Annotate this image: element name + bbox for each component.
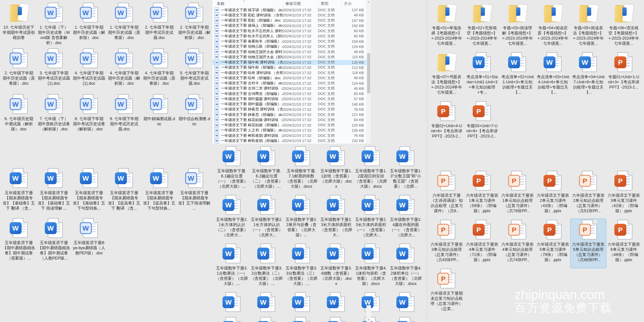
file-item[interactable]: 7. 七年级（下）期中质检历史试卷（解析版）.doc — [36, 93, 71, 139]
file-item[interactable]: 4. 七年级下学期期中历史试题（原卷版）.doc — [142, 48, 177, 93]
file-item[interactable]: 期中精编测试题.doc — [142, 93, 177, 139]
file-item[interactable]: 1. 七年级下学期期中历史试题（原卷版）.doc — [107, 2, 142, 48]
scroll-down-icon[interactable]: ∨ — [366, 317, 371, 322]
file-item[interactable]: 9. 七年级下学期期中考试历史试题.doc — [107, 93, 142, 139]
scroll-up-icon[interactable]: ∧ — [366, 0, 371, 5]
file-row[interactable]: 一年级语文下册 棉花姑娘（部编版）.doc 2024/11/19 17:32 D… — [213, 123, 366, 128]
file-item[interactable]: 8. 七年级下学期期中考试历史试卷（解析版）.doc — [71, 93, 107, 139]
file-item[interactable]: 五年级数学下册1.1折纸（含答案）（北师大版）.docx — [319, 146, 354, 194]
file-item[interactable]: 六年级语文下册第2单元复习课件（43张）（部编版）.pptx — [535, 170, 571, 219]
file-type-icon[interactable] — [257, 317, 276, 322]
file-item[interactable]: 五年级英语下册【期末易错题专攻】五下阅读理解 ... — [177, 167, 212, 217]
file-item[interactable]: 4. 七年级下学期期中考试历史试题(1).doc — [71, 48, 107, 93]
file-row[interactable]: 一年级语文下册 彩虹 课时训练 （含答... 2024/11/19 17:32 … — [213, 13, 366, 18]
file-item[interactable]: 1. 七年级（下）期中历史试卷（Word版 含答案解析）.doc — [36, 2, 71, 48]
file-row[interactable]: 一年级语文下册 荷叶圆圆（部编版）.doc 2024/11/19 17:32 D… — [213, 102, 366, 107]
file-item[interactable]: 五年级数学下册2.1长方体的认识（二）（含答案）（北师大... — [214, 194, 249, 243]
file-item[interactable]: 五年级数学下册2.4露在外面的面（一）（含答案）（北师大... — [388, 194, 423, 243]
file-row[interactable]: 一年级语文下册 人之初（部编版）.doc 2024/11/19 17:32 DO… — [213, 128, 366, 133]
file-item[interactable]: 五年级英语下册Bye-bye易错题（人教PEP版）.doc — [71, 217, 107, 267]
file-item[interactable]: 五年级数学下册.6.1确定位置（一）（含答案）（北师大版）.... — [214, 146, 249, 194]
file-item[interactable]: 3. 七年级下学期期中考试历史试题(1).doc — [36, 48, 71, 93]
file-item[interactable]: 五年级英语下册【期末易错题专攻】【基础卷】五下句型转换... — [71, 167, 107, 217]
file-row[interactable]: 一年级语文下册 动物儿歌（部编版）.doc 2024/11/19 17:32 D… — [213, 44, 366, 49]
file-item[interactable]: 五年级数学下册3.4倒数（含答案）（北师大版）.docx — [319, 243, 354, 291]
column-header-name[interactable]: 名称 — [213, 1, 283, 7]
file-item[interactable]: 五年级数学下册.7.1邮票的张数（含答案）（北师大版）.docx — [284, 146, 319, 194]
file-item[interactable]: 六年级语文下册第5单元知识点梳理（总复习课件）（共68张PP... — [571, 219, 606, 268]
file-row[interactable]: 一年级语文下册 棉花姑娘 课时训练 （... 2024/11/19 17:32 … — [213, 117, 366, 122]
file-item[interactable]: 2. 七年级下学期期中历史试题（原卷版）.doc — [1, 48, 36, 93]
file-row[interactable]: 一年级语文下册 吃水不忘挖井人 课时练... 2024/11/19 17:32 … — [213, 28, 366, 33]
file-row[interactable]: 一年级语文下册 树和喜鹊（部编版）.doc 2024/11/19 17:32 D… — [213, 138, 366, 143]
file-item[interactable]: 五年级英语下册【期末易错题专攻】【基础卷】五下 翻译 （含... — [1, 167, 36, 217]
file-item[interactable]: 五年级数学下册2.3长方体的表面积（含答案）（北师大... — [319, 194, 354, 243]
file-item[interactable]: 专题+07+书面表达【考题猜想+】+-2023-2024学年七年级英... — [429, 52, 464, 100]
file-item[interactable]: 六年级语文下册第1单元复习课件（59张）（部编版）.pptx — [464, 170, 500, 219]
file-item[interactable]: 6. 七年级历史期中测试题（解析版）.doc — [1, 93, 36, 139]
file-item[interactable]: 五年级数学下册3.1分数乘法（一）（含答案）（北师大版）.... — [214, 243, 249, 291]
file-item[interactable]: 六年级语文下册第6单元复习课件（48张）（部编版）.pptx — [606, 219, 641, 268]
file-item[interactable]: 六年级语文下册第1单元知识点梳理（总复习课件）（共78张PP... — [500, 170, 535, 219]
column-header-date-modified[interactable]: 修改日期 — [283, 1, 319, 7]
file-item[interactable]: 专题02+Unit+4-Unit+6+【考点串讲PPT】-2023-2... — [429, 100, 464, 149]
file-item[interactable]: 五年级英语下册【期末易错题专攻】【基础卷】五下 阅读理解 ... — [36, 167, 71, 217]
file-item[interactable]: 专题+04+阅读还原【考题猜想+】+-2023-2024学年七年级英... — [535, 3, 571, 52]
file-type-icon[interactable] — [223, 317, 241, 322]
scrollbar-thumb[interactable] — [367, 53, 370, 93]
file-type-icon[interactable] — [362, 317, 380, 322]
file-item[interactable]: 六年级语文下册第4单元知识点梳理（总复习课件）（共74张PP... — [500, 219, 535, 268]
file-row[interactable]: 一年级语文下册 猜字谜（部编版）.doc 2024/11/19 17:32 DO… — [213, 7, 366, 13]
file-item[interactable]: 4. 七年级下学期期中历史试题（解析版）.doc — [107, 48, 142, 93]
file-item[interactable]: 考点清单+02+Unit1-Unit+3+单元知识梳理+专题过关【... — [500, 52, 535, 100]
file-item[interactable]: 六年级语文下册第3单元复习课件（42张）（部编版）.pptx — [606, 170, 641, 219]
file-row[interactable]: 一年级语文下册 静夜思 课时训练 （含... 2024/11/19 17:32 … — [213, 107, 366, 112]
file-row[interactable]: 一年级语文下册 吃水不忘挖井人（部编... 2024/11/19 17:32 D… — [213, 33, 366, 39]
file-item[interactable]: 专题03+Unit+7-Unit+9+【考点串讲PPT】-2023-2... — [464, 100, 500, 149]
file-item[interactable]: 六年级语文下册第5单元复习课件（79张）（部编版）.pptx — [535, 219, 571, 268]
file-type-icon[interactable] — [292, 317, 311, 322]
file-item[interactable]: 六年级语文下册《古诗词诵读》知识点梳理（总复习课件）（共8... — [429, 170, 464, 219]
file-item[interactable]: 五年级数学下册4.2体积单位（一）（含答案）（北师大版）.docx — [388, 243, 423, 291]
file-item[interactable]: 六年级语文下册第3单元知识点梳理（总复习课件）（共43张PP... — [429, 219, 464, 268]
file-row[interactable]: 一年级语文下册 端午粽 课时训练 （含... 2024/11/19 17:32 … — [213, 60, 366, 65]
file-item[interactable]: 六年级语文下册第4单元复习课件（71张）（部编版）.pptx — [464, 219, 500, 268]
file-item[interactable]: 考点清单+01+Starter+Unit1-Unit+3+单元知识梳理+专... — [464, 52, 500, 100]
file-item[interactable]: 五年级英语下册【期末易错题专攻】【提高卷】五下句型转换... — [142, 167, 177, 217]
file-row[interactable]: 一年级语文下册 荷叶圆圆 课时训练 （... 2024/11/19 17:32 … — [213, 96, 366, 101]
file-item[interactable]: 考点清单+04+Unit7-Unit+9+单元知识梳理+专题过关【... — [571, 52, 606, 100]
file-row[interactable]: 一年级语文下册 古对今（部编版）.doc 2024/11/19 17:32 DO… — [213, 81, 366, 86]
column-header-size[interactable]: 大小 — [342, 1, 366, 7]
file-item[interactable]: 五年级数学下册3.3分数乘法（三）（含答案）（北师大版）.... — [284, 243, 319, 291]
column-header-type[interactable]: 类型 — [319, 1, 342, 7]
file-item[interactable]: 专题+03+阅读理解【考题猜想+】+-2023-2024学年七年级英... — [500, 3, 535, 52]
file-row[interactable]: 一年级语文下册 咕咚（部编版）.doc 2024/11/19 17:32 DOC… — [213, 75, 366, 80]
file-item[interactable]: 五年级英语下册【期中易错题精选卷】期中测试卷（答案版）... — [1, 217, 36, 267]
file-row[interactable]: 一年级语文下册 动物王国开大会（部编... 2024/11/19 17:32 D… — [213, 54, 366, 60]
file-item[interactable]: 期中综合检测卷.doc — [177, 93, 212, 139]
file-item[interactable]: 六年级语文下册期末总复习知识点梳理（总复习课件）（总复... — [429, 268, 464, 317]
file-item[interactable]: 专题+02+完形填空【考题猜想+】+-2023-2024学年七年级英... — [464, 3, 500, 52]
file-item[interactable]: 五年级英语下册【期末易错题专攻】【提高卷】五下 翻译 （含... — [107, 167, 142, 217]
file-item[interactable]: 五年级数学下册4.1体积与容积（含答案）（北师大版）.docx — [354, 243, 388, 291]
file-item[interactable]: 1. 七年级下学期期中历史试题（解析版）.doc — [71, 2, 107, 48]
file-row[interactable]: 一年级语文下册 静夜思（部编版）.doc 2024/11/19 17:32 DO… — [213, 112, 366, 117]
file-item[interactable]: 六年级语文下册第2单元知识点梳理（总复习课件）（共51张PP... — [571, 170, 606, 219]
file-row[interactable]: 一年级语文下册 咕咚 课时训练 （含答... 2024/11/19 17:32 … — [213, 70, 366, 75]
file-item[interactable]: 五年级数学下册3.2分数乘法（二）（含答案）（北师大版）.... — [249, 243, 284, 291]
file-type-icon[interactable] — [396, 317, 415, 322]
file-item[interactable]: 五年级数学下册.6.2确定位置（二）（含答案）（北师大版）.... — [249, 146, 284, 194]
file-row[interactable]: 一年级语文下册 古诗两首（部编版）.doc 2024/11/19 17:32 D… — [213, 91, 366, 96]
file-item[interactable]: 五年级数学下册2.3长方体的表面积（一）（含答案）（北师大... — [354, 194, 388, 243]
file-item[interactable]: 2. 七年级下学期期中考试历史试题.doc — [142, 2, 177, 48]
file-item[interactable]: 五年级数学下册2.1长方体的认识（一）（含答案）（北师大... — [249, 194, 284, 243]
file-item[interactable]: 5. 七年级下学期期中考试历史试题.doc — [177, 48, 212, 93]
file-row[interactable]: 一年级语文下册 操场上（部编版）.doc 2024/11/19 17:32 DO… — [213, 23, 366, 28]
file-item[interactable]: 考点清单+03+Unit4-Unit+6+单元知识梳理+专题过关【... — [535, 52, 571, 100]
file-type-icon[interactable] — [327, 317, 346, 322]
file-row[interactable]: 一年级语文下册 动物王国开大会 课时训... 2024/11/19 17:32 … — [213, 49, 366, 54]
file-row[interactable]: 一年级语文下册 彩虹（部编版）.doc 2024/11/19 17:32 DOC… — [213, 18, 366, 23]
file-item[interactable]: 五年级数学下册2.2展开与折叠（含答案）（北师大版）... — [284, 194, 319, 243]
file-row[interactable]: 一年级语文下册 树和喜鹊 课时训练 （... 2024/11/19 17:32 … — [213, 133, 366, 138]
file-item[interactable]: 专题+05+阅读表达【考题猜想+】+-2023-2024学年七年级英... — [571, 3, 606, 52]
